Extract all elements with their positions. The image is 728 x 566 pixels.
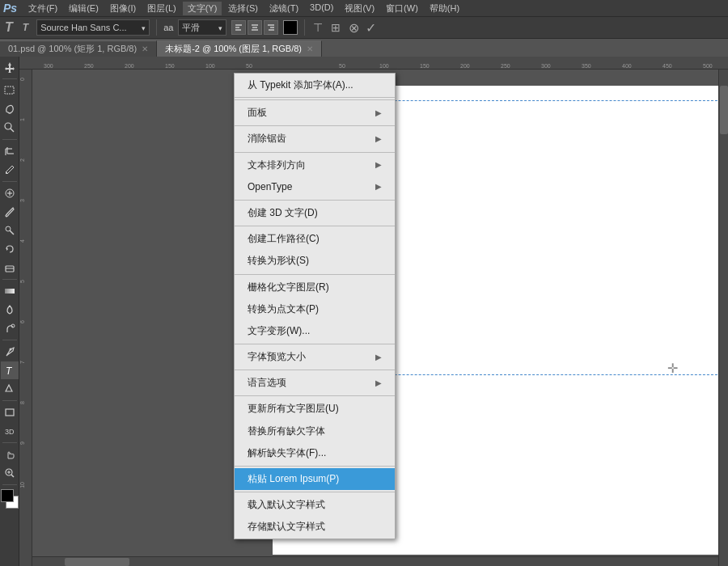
menu-item-anti-alias[interactable]: 消除锯齿 ▶ <box>235 128 395 150</box>
align-right-button[interactable] <box>264 20 278 35</box>
tab-file1-label: 01.psd @ 100% (矩形 1, RGB/8) <box>8 43 137 55</box>
clone-tool[interactable] <box>1 222 19 239</box>
menu-item-create-3d[interactable]: 创建 3D 文字(D) <box>235 202 395 224</box>
ruler-side-label-9: 8 <box>19 401 25 404</box>
canvas-area: 300 250 200 150 100 50 50 100 150 200 25… <box>19 57 728 566</box>
history-brush-tool[interactable] <box>1 240 19 258</box>
font-preview-size-arrow: ▶ <box>375 351 382 364</box>
menu-item-rasterize[interactable]: 栅格化文字图层(R) <box>235 277 395 298</box>
options-bar: T T Source Han Sans C... aa 平滑 ⊤ ⊞ ⊗ ✓ <box>0 16 728 39</box>
warp-text-icon[interactable]: ⊤ <box>311 21 324 34</box>
tab-file1-close[interactable]: ✕ <box>142 44 148 53</box>
eraser-tool[interactable] <box>1 259 19 277</box>
menu-text[interactable]: 文字(Y) <box>183 2 222 15</box>
separator-2 <box>304 19 305 36</box>
menu-3d[interactable]: 3D(D) <box>305 2 338 15</box>
menu-item-opentype[interactable]: OpenType ▶ <box>235 176 395 198</box>
menu-sep-7 <box>235 370 395 370</box>
lasso-tool[interactable] <box>1 100 19 118</box>
foreground-color[interactable] <box>1 489 14 502</box>
svg-marker-9 <box>5 62 15 73</box>
menu-item-convert-point[interactable]: 转换为点文本(P) <box>235 298 395 320</box>
menu-window[interactable]: 窗口(W) <box>381 2 423 15</box>
menu-file[interactable]: 文件(F) <box>23 2 62 15</box>
anti-alias-submenu-arrow: ▶ <box>375 133 382 146</box>
character-panel-icon[interactable]: ⊞ <box>329 21 342 34</box>
menu-view[interactable]: 视图(V) <box>340 2 379 15</box>
menu-item-paste-lorem[interactable]: 粘贴 Lorem Ipsum(P) <box>235 468 395 490</box>
tab-file1[interactable]: 01.psd @ 100% (矩形 1, RGB/8) ✕ <box>0 40 157 57</box>
healing-tool[interactable] <box>1 184 19 202</box>
rectangle-tool[interactable] <box>1 403 19 421</box>
menu-item-convert-shape[interactable]: 转换为形状(S) <box>235 250 395 272</box>
panel-label: 面板 <box>248 105 267 120</box>
zoom-tool[interactable] <box>1 464 19 482</box>
font-preview-size-label: 字体预览大小 <box>248 349 306 365</box>
quick-select-tool[interactable] <box>1 119 19 137</box>
menu-item-warp-text[interactable]: 文字变形(W)... <box>235 320 395 342</box>
align-left-button[interactable] <box>231 20 246 35</box>
scrollbar-right[interactable] <box>718 70 728 566</box>
marquee-tool[interactable] <box>1 82 19 99</box>
menu-image[interactable]: 图像(I) <box>105 2 141 15</box>
type-tool[interactable]: T <box>1 361 19 379</box>
3d-tool[interactable]: 3D <box>1 422 19 440</box>
menu-sep-8 <box>235 395 395 396</box>
eyedropper-tool[interactable] <box>1 161 19 179</box>
menu-item-replace-missing[interactable]: 替换所有缺欠字体 <box>235 420 395 442</box>
scrollbar-right-thumb[interactable] <box>720 86 728 134</box>
menu-sep-4 <box>235 226 395 226</box>
cancel-edit-icon[interactable]: ⊗ <box>347 20 361 36</box>
anti-alias-selector[interactable]: 平滑 <box>178 19 226 36</box>
menu-filter[interactable]: 滤镜(T) <box>265 2 303 15</box>
svg-rect-10 <box>5 87 14 94</box>
menu-item-language-options[interactable]: 语言选项 ▶ <box>235 372 395 394</box>
menu-item-update-all[interactable]: 更新所有文字图层(U) <box>235 398 395 420</box>
replace-missing-label: 替换所有缺欠字体 <box>248 424 325 439</box>
menu-sep-9 <box>235 466 395 467</box>
dodge-tool[interactable] <box>1 319 19 337</box>
menu-help[interactable]: 帮助(H) <box>425 2 464 15</box>
ruler-side-label-3: 2 <box>19 158 25 162</box>
menu-item-typekit[interactable]: 从 Typekit 添加字体(A)... <box>235 74 395 98</box>
path-select-tool[interactable] <box>1 380 19 398</box>
move-tool[interactable] <box>1 58 19 76</box>
blur-tool[interactable] <box>1 301 19 319</box>
crop-tool[interactable] <box>1 142 19 160</box>
hand-tool[interactable] <box>1 446 19 463</box>
commit-edit-icon[interactable]: ✓ <box>366 20 376 36</box>
menu-item-create-work-path[interactable]: 创建工作路径(C) <box>235 228 395 250</box>
scrollbar-bottom-thumb[interactable] <box>65 558 129 566</box>
ruler-side-label-6: 5 <box>19 280 25 283</box>
brush-tool[interactable] <box>1 203 19 221</box>
menu-item-text-direction[interactable]: 文本排列方向 ▶ <box>235 154 395 176</box>
toolbar-sep-4 <box>2 279 17 280</box>
tab-file2[interactable]: 未标题-2 @ 100% (图层 1, RGB/8) ✕ <box>157 40 322 57</box>
ruler-label-200b: 200 <box>460 63 470 69</box>
text-dropdown-menu: 从 Typekit 添加字体(A)... 面板 ▶ 消除锯齿 ▶ 文本排列方向 … <box>234 73 396 539</box>
svg-point-11 <box>5 123 11 129</box>
convert-shape-label: 转换为形状(S) <box>248 253 309 268</box>
menu-item-resolve-missing[interactable]: 解析缺失字体(F)... <box>235 442 395 464</box>
svg-rect-2 <box>235 29 241 31</box>
text-color-swatch[interactable] <box>283 20 298 35</box>
svg-line-12 <box>11 129 14 132</box>
menu-item-save-default[interactable]: 存储默认文字样式 <box>235 516 395 538</box>
font-family-selector[interactable]: Source Han Sans C... <box>36 19 150 36</box>
menu-item-font-preview-size[interactable]: 字体预览大小 ▶ <box>235 346 395 368</box>
ruler-side-label-4: 3 <box>19 199 25 202</box>
menu-item-load-default[interactable]: 载入默认文字样式 <box>235 494 395 516</box>
pen-tool[interactable] <box>1 343 19 361</box>
scrollbar-bottom[interactable] <box>32 556 718 566</box>
text-orientation-icon[interactable]: T <box>23 22 28 33</box>
ruler-side-label-10: 9 <box>19 441 25 445</box>
menu-select[interactable]: 选择(S) <box>223 2 263 15</box>
menu-item-panel[interactable]: 面板 ▶ <box>235 102 395 124</box>
align-center-button[interactable] <box>248 20 262 35</box>
gradient-tool[interactable] <box>1 282 19 300</box>
menu-layer[interactable]: 图层(L) <box>142 2 180 15</box>
tab-file2-close[interactable]: ✕ <box>307 44 313 53</box>
font-dropdown-arrow <box>142 23 146 32</box>
anti-alias-label: 消除锯齿 <box>248 131 286 146</box>
menu-edit[interactable]: 编辑(E) <box>64 2 104 15</box>
